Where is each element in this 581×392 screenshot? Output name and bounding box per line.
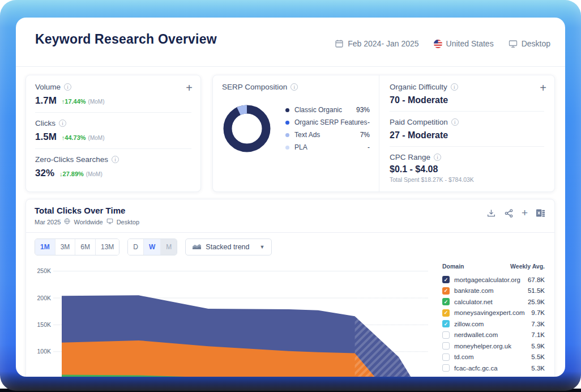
serp-legend-item[interactable]: Text Ads 7% (285, 129, 370, 141)
svg-text:150K: 150K (37, 321, 51, 328)
serp-legend-item[interactable]: Classic Organic 93% (285, 104, 370, 116)
metric-value: 1.7M (35, 95, 57, 106)
legend-row[interactable]: ✓ moneysavingexpert.com 9.7K (442, 308, 545, 319)
panel-divider (26, 232, 554, 233)
date-range-label: Feb 2024- Jan 2025 (348, 39, 418, 48)
metric-value: $0.1 - $4.08 (390, 164, 438, 174)
total-clicks-panel: Total Clicks Over Time Mar 2025 Worldwid… (25, 199, 555, 377)
granularity-month[interactable]: M (160, 239, 177, 255)
country-filter[interactable]: United States (434, 39, 494, 48)
range-toggle: 1M 3M 6M 13M (35, 238, 119, 255)
metric-label: Organic Difficulty (390, 83, 447, 91)
granularity-week[interactable]: W (143, 239, 160, 255)
domain-checkbox[interactable]: ✓ (442, 276, 450, 283)
download-icon (486, 208, 496, 218)
serp-legend-item[interactable]: Organic SERP Features - (285, 116, 370, 129)
mom-label: (MoM) (86, 171, 102, 177)
info-icon[interactable]: i (451, 83, 458, 91)
metric-organic-difficulty: Organic Difficulty i 70 - Moderate (390, 76, 544, 111)
info-icon[interactable]: i (434, 154, 441, 161)
domain-checkbox[interactable] (442, 353, 450, 361)
legend-row[interactable]: ✓ zillow.com 7.3K (442, 318, 545, 330)
chart-device-label: Desktop (117, 219, 139, 225)
device-label: Desktop (522, 39, 550, 48)
range-13m[interactable]: 13M (95, 239, 119, 255)
scope-label: Worldwide (74, 219, 102, 225)
domain-checkbox[interactable] (442, 331, 450, 339)
svg-text:200K: 200K (37, 295, 51, 301)
metric-value: 70 - Moderate (390, 95, 448, 105)
share-icon (504, 208, 514, 218)
metric-change: ↑17.44% (62, 98, 86, 105)
column-header-weekly-avg: Weekly Avg. (510, 263, 545, 270)
section-subtitle: Mar 2025 Worldwide Desktop (35, 218, 139, 225)
mom-label: (MoM) (88, 99, 105, 105)
domain-checkbox[interactable]: ✓ (442, 298, 450, 305)
stacked-area-icon (193, 243, 201, 251)
legend-row[interactable]: fcac-acfc.gc.ca 5.3K (442, 363, 545, 374)
legend-table: Domain Weekly Avg. ✓ mortgagecalculator.… (442, 261, 545, 374)
panel-actions: + (486, 207, 545, 219)
granularity-day[interactable]: D (128, 239, 143, 255)
metric-value: 1.5M (35, 131, 57, 143)
metric-label: Clicks (35, 119, 55, 127)
add-to-dashboard-button[interactable]: + (522, 207, 528, 219)
add-metric-button[interactable]: + (186, 82, 193, 93)
info-icon[interactable]: i (64, 83, 71, 91)
domain-checkbox[interactable]: ✓ (442, 287, 450, 295)
serp-legend-item[interactable]: PLA - (285, 141, 370, 154)
column-header-domain: Domain (442, 263, 464, 270)
serp-legend: Classic Organic 93% Organic SERP Feature… (285, 104, 370, 154)
section-title: Total Clicks Over Time (35, 206, 125, 215)
us-flag-icon (434, 40, 442, 48)
add-metric-button[interactable]: + (540, 82, 546, 93)
chart-date-label: Mar 2025 (35, 219, 61, 225)
serp-donut-chart (222, 104, 272, 154)
export-excel-button[interactable] (536, 208, 545, 218)
metric-label: Zero-Clicks Searches (35, 155, 108, 164)
metric-change: ↑44.73% (62, 134, 86, 141)
kpi-cards-row: + Volume i 1.7M ↑17.44% (MoM) Clicks i (25, 75, 555, 192)
info-icon[interactable]: i (451, 118, 459, 126)
metrics-card: + Volume i 1.7M ↑17.44% (MoM) Clicks i (25, 75, 201, 192)
domain-checkbox[interactable]: ✓ (442, 320, 450, 327)
serp-difficulty-card: SERP Composition i Classic Organic 93% (212, 75, 555, 192)
domain-checkbox[interactable] (442, 342, 450, 350)
range-1m[interactable]: 1M (35, 239, 55, 255)
info-icon[interactable]: i (59, 120, 66, 127)
metric-zero-clicks: Zero-Clicks Searches i 32% ↓27.89% (MoM) (35, 148, 191, 185)
serp-composition-panel: SERP Composition i Classic Organic 93% (213, 75, 379, 191)
info-icon[interactable]: i (112, 156, 119, 163)
metric-cpc-range: CPC Range i $0.1 - $4.08 Total Spent $18… (390, 146, 544, 189)
range-6m[interactable]: 6M (75, 239, 95, 255)
device-filter[interactable]: Desktop (509, 39, 550, 48)
svg-text:100K: 100K (37, 348, 51, 355)
excel-icon (536, 208, 545, 218)
metric-value: 27 - Moderate (390, 130, 448, 140)
legend-row[interactable]: ✓ bankrate.com 51.5K (442, 286, 545, 297)
download-button[interactable] (486, 208, 496, 218)
desktop-icon (106, 218, 113, 225)
domain-checkbox[interactable] (442, 364, 450, 372)
domain-checkbox[interactable]: ✓ (442, 309, 450, 317)
dashboard-page: Keyword Research Overview Feb 2024- Jan … (16, 18, 565, 377)
legend-row[interactable]: td.com 5.5K (442, 352, 545, 363)
cpc-total-spent: Total Spent $18.27K - $784.03K (390, 176, 544, 183)
legend-row[interactable]: ✓ calculator.net 25.9K (442, 296, 545, 308)
legend-dot (285, 108, 289, 112)
legend-row[interactable]: nerdwallet.com 7.1K (442, 330, 545, 341)
legend-row[interactable]: ✓ mortgagecalculator.org 67.8K (442, 274, 545, 286)
chart-controls: 1M 3M 6M 13M D W M Stacked trend ▼ (35, 238, 272, 255)
legend-row[interactable]: moneyhelper.org.uk 5.9K (442, 340, 545, 352)
legend-dot (285, 146, 289, 150)
date-range-filter[interactable]: Feb 2024- Jan 2025 (335, 39, 418, 48)
page-title: Keyword Research Overview (35, 32, 217, 47)
share-button[interactable] (504, 208, 514, 218)
svg-text:250K: 250K (37, 267, 51, 274)
serp-title: SERP Composition (222, 83, 287, 91)
info-icon[interactable]: i (290, 83, 298, 91)
metric-change: ↓27.89% (59, 171, 84, 177)
header-divider (16, 66, 565, 67)
range-3m[interactable]: 3M (55, 239, 75, 255)
trend-view-dropdown[interactable]: Stacked trend ▼ (185, 238, 272, 255)
